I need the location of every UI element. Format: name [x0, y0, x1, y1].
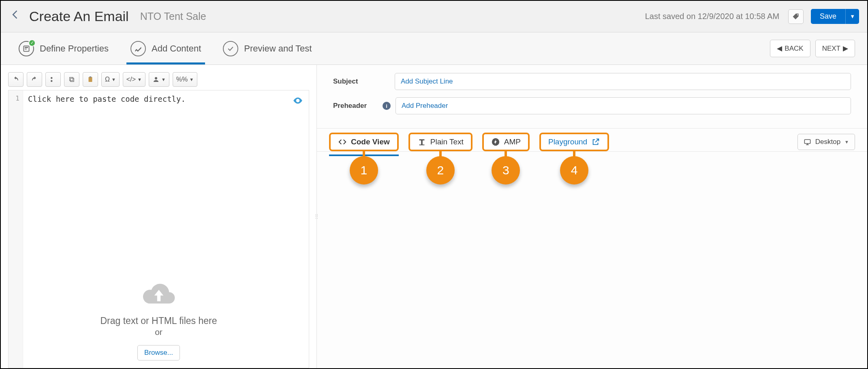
- annotation-bubble-4: 4: [560, 156, 588, 184]
- percent-button[interactable]: %%▼: [173, 72, 197, 87]
- chevron-left-icon: ◀: [777, 44, 782, 53]
- back-label: BACK: [785, 45, 803, 53]
- info-icon[interactable]: i: [383, 102, 391, 110]
- chevron-right-icon: ▶: [843, 44, 848, 53]
- copy-icon: [68, 76, 75, 83]
- wizard-label: Preview and Test: [244, 43, 312, 54]
- back-chevron-icon[interactable]: [5, 6, 26, 26]
- wizard-step-preview-and-test[interactable]: Preview and Test: [221, 34, 313, 64]
- undo-icon: [12, 76, 19, 83]
- annotation-bubble-1: 1: [350, 156, 378, 184]
- chevron-down-icon: ▼: [844, 139, 849, 144]
- copy-button[interactable]: [64, 72, 79, 87]
- preview-test-icon: [223, 41, 238, 56]
- save-button[interactable]: Save: [811, 9, 845, 24]
- external-link-icon: [591, 137, 600, 146]
- tab-code-view[interactable]: Code View: [329, 133, 399, 151]
- wizard-label: Add Content: [152, 43, 201, 54]
- annotation-bubble-3: 3: [492, 156, 520, 184]
- annotation-bubble-2: 2: [426, 156, 455, 184]
- svg-rect-5: [89, 77, 92, 82]
- tab-label: AMP: [504, 137, 521, 146]
- scissors-icon: [49, 76, 57, 83]
- redo-icon: [31, 76, 38, 83]
- preheader-label: Preheader: [333, 102, 367, 110]
- percent-icon: %%: [176, 76, 188, 83]
- tab-label: Playground: [548, 137, 587, 146]
- viewport-selector[interactable]: Desktop ▼: [797, 134, 855, 150]
- personalization-button[interactable]: ▼: [149, 72, 169, 87]
- browse-button[interactable]: Browse...: [137, 345, 180, 360]
- tag-icon: [792, 13, 800, 21]
- last-saved-text: Last saved on 12/9/2020 at 10:58 AM: [645, 12, 779, 21]
- svg-rect-6: [90, 77, 92, 78]
- paste-icon: [87, 76, 94, 83]
- splitter-handle[interactable]: ⦙⦙: [315, 204, 319, 229]
- tab-plain-text[interactable]: Plain Text: [408, 133, 472, 151]
- next-label: NEXT: [822, 45, 840, 53]
- code-icon: [338, 137, 347, 146]
- drop-text: Drag text or HTML files here: [100, 315, 217, 326]
- svg-rect-4: [70, 77, 73, 81]
- code-snippet-button[interactable]: </>▼: [123, 72, 145, 87]
- svg-rect-1: [25, 47, 28, 48]
- amp-icon: [491, 137, 500, 146]
- cut-button[interactable]: [45, 72, 61, 87]
- preheader-input[interactable]: [396, 97, 851, 114]
- code-icon: </>: [126, 76, 136, 83]
- save-dropdown-button[interactable]: ▼: [845, 9, 859, 24]
- chevron-down-icon: ▼: [111, 77, 116, 82]
- page-title: Create An Email: [29, 9, 129, 24]
- redo-button[interactable]: [27, 72, 42, 87]
- code-editor[interactable]: 1 Click here to paste code directly. Dra…: [8, 90, 309, 368]
- next-button[interactable]: NEXT ▶: [815, 40, 855, 57]
- drop-or-text: or: [100, 327, 217, 337]
- wizard-label: Define Properties: [40, 43, 109, 54]
- svg-rect-3: [71, 78, 74, 82]
- page-subtitle: NTO Tent Sale: [140, 11, 206, 22]
- subject-input[interactable]: [395, 73, 851, 90]
- wizard-step-define-properties[interactable]: ✓ Define Properties: [17, 34, 110, 64]
- subject-label: Subject: [333, 77, 395, 86]
- eye-icon: [293, 95, 303, 106]
- tag-button[interactable]: [788, 9, 804, 24]
- svg-rect-2: [25, 49, 27, 49]
- line-gutter: 1: [9, 90, 23, 368]
- paste-button[interactable]: [83, 72, 98, 87]
- chevron-down-icon: ▼: [161, 77, 166, 82]
- tab-amp[interactable]: AMP: [482, 133, 530, 151]
- special-char-button[interactable]: Ω▼: [101, 72, 120, 87]
- dropzone[interactable]: Drag text or HTML files here or Browse..…: [100, 280, 217, 360]
- desktop-icon: [804, 138, 811, 146]
- line-number: 1: [9, 94, 19, 102]
- undo-button[interactable]: [8, 72, 24, 87]
- cloud-upload-icon: [100, 280, 217, 310]
- define-properties-icon: ✓: [19, 41, 34, 56]
- checkmark-badge-icon: ✓: [28, 39, 36, 47]
- back-button[interactable]: ◀ BACK: [770, 40, 810, 57]
- chevron-down-icon: ▼: [137, 77, 142, 82]
- omega-icon: Ω: [105, 76, 110, 83]
- person-icon: [152, 76, 160, 83]
- text-icon: [417, 137, 426, 146]
- wizard-step-add-content[interactable]: Add Content: [129, 34, 203, 64]
- svg-point-8: [297, 100, 299, 101]
- tab-label: Plain Text: [430, 137, 464, 146]
- chevron-down-icon: ▼: [189, 77, 194, 82]
- svg-rect-9: [419, 144, 424, 145]
- preview-toggle-button[interactable]: [293, 95, 303, 107]
- tab-playground[interactable]: Playground: [539, 133, 609, 151]
- tab-label: Code View: [351, 137, 390, 146]
- add-content-icon: [130, 41, 146, 56]
- svg-rect-11: [804, 139, 810, 144]
- svg-point-7: [155, 77, 157, 79]
- viewport-label: Desktop: [815, 138, 840, 146]
